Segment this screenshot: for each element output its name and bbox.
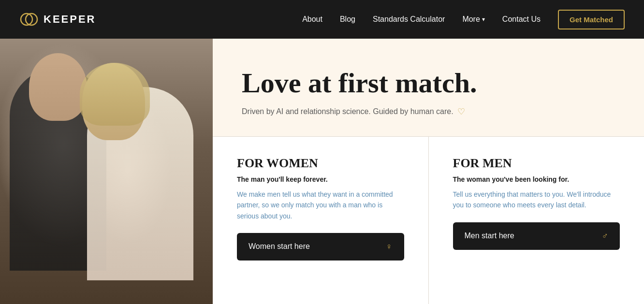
hair-female bbox=[80, 63, 150, 126]
logo[interactable]: KEEPER bbox=[19, 10, 96, 29]
get-matched-button[interactable]: Get Matched bbox=[558, 10, 625, 29]
hero-text-section: Love at first match. Driven by AI and re… bbox=[213, 39, 644, 137]
chevron-down-icon: ▾ bbox=[482, 16, 485, 23]
male-icon: ♂ bbox=[602, 231, 609, 241]
men-card-title: FOR MEN bbox=[453, 156, 620, 171]
women-card-subtitle: The man you'll keep forever. bbox=[237, 175, 404, 183]
men-start-button[interactable]: Men start here ♂ bbox=[453, 222, 620, 250]
nav-more[interactable]: More ▾ bbox=[462, 15, 484, 24]
right-content: Love at first match. Driven by AI and re… bbox=[213, 39, 644, 304]
main-content: Love at first match. Driven by AI and re… bbox=[0, 39, 644, 304]
nav-standards-calculator[interactable]: Standards Calculator bbox=[373, 15, 445, 24]
heart-icon: ♡ bbox=[457, 106, 465, 117]
hero-image bbox=[0, 39, 213, 304]
nav-about[interactable]: About bbox=[302, 15, 322, 24]
men-card-description: Tell us everything that matters to you. … bbox=[453, 189, 620, 211]
women-card-description: We make men tell us what they want in a … bbox=[237, 189, 404, 221]
logo-text: KEEPER bbox=[44, 13, 96, 26]
head-male bbox=[29, 53, 87, 121]
men-card-subtitle: The woman you've been looking for. bbox=[453, 175, 620, 183]
men-card: FOR MEN The woman you've been looking fo… bbox=[429, 137, 644, 304]
nav-blog[interactable]: Blog bbox=[340, 15, 355, 24]
main-nav: About Blog Standards Calculator More ▾ C… bbox=[302, 10, 625, 29]
women-card: FOR WOMEN The man you'll keep forever. W… bbox=[213, 137, 429, 304]
header: KEEPER About Blog Standards Calculator M… bbox=[0, 0, 644, 39]
nav-contact-us[interactable]: Contact Us bbox=[502, 15, 541, 24]
logo-icon bbox=[19, 10, 39, 29]
women-card-title: FOR WOMEN bbox=[237, 156, 404, 171]
women-start-button[interactable]: Women start here ♀ bbox=[237, 233, 404, 261]
hero-subtitle: Driven by AI and relationship science. G… bbox=[242, 106, 615, 117]
female-icon: ♀ bbox=[386, 242, 393, 252]
cards-section: FOR WOMEN The man you'll keep forever. W… bbox=[213, 137, 644, 304]
hero-headline: Love at first match. bbox=[242, 68, 615, 99]
